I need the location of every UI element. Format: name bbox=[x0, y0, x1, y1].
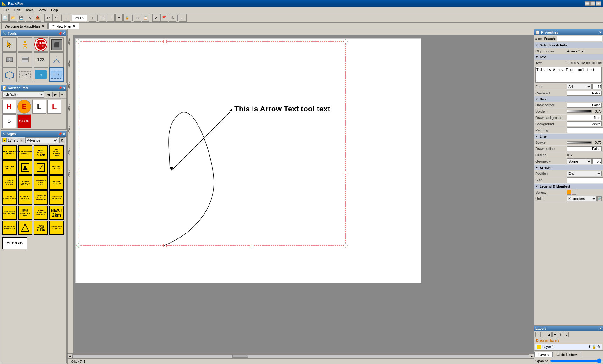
paste-button[interactable]: 📋 bbox=[142, 14, 149, 22]
new-button[interactable]: 📄 bbox=[1, 14, 9, 22]
lock-button[interactable]: 🔒 bbox=[123, 14, 131, 22]
arrow-text-tool[interactable]: T→ bbox=[49, 67, 64, 82]
curve-tool[interactable] bbox=[49, 52, 64, 67]
hscroll-thumb[interactable] bbox=[232, 355, 248, 358]
scratch-close-button[interactable]: ✕ bbox=[62, 86, 65, 90]
tools-close-button[interactable]: ✕ bbox=[62, 32, 65, 35]
tab-welcome[interactable]: Welcome to RapidPlan ✕ bbox=[1, 23, 48, 29]
prop-position-select[interactable]: End bbox=[567, 171, 602, 176]
sign-side-road-closed[interactable]: SIDE ROAD CLOSED bbox=[49, 221, 64, 235]
menu-help[interactable]: Help bbox=[48, 8, 61, 13]
prop-font-select[interactable]: Arial bbox=[567, 84, 592, 89]
tab-new-plan[interactable]: (*) New Plan ✕ bbox=[48, 23, 79, 29]
maximize-button[interactable]: □ bbox=[590, 1, 595, 6]
section-legend-header[interactable]: Legend & Manifest bbox=[534, 184, 603, 189]
zoom-out-button[interactable]: − bbox=[63, 14, 70, 22]
number-tool[interactable]: 123 bbox=[34, 52, 48, 67]
menu-edit[interactable]: Edit bbox=[12, 8, 23, 13]
prop-geometry-size-input[interactable] bbox=[592, 158, 602, 164]
open-button[interactable]: 📂 bbox=[9, 14, 17, 22]
print-button[interactable]: 🖨 bbox=[26, 14, 33, 22]
section-selection-header[interactable]: Selection details bbox=[534, 42, 603, 48]
undo-button[interactable]: ↩ bbox=[44, 14, 52, 22]
signs-pin-button[interactable]: 📌 bbox=[58, 132, 62, 136]
signs-close-button[interactable]: ✕ bbox=[62, 132, 65, 136]
close-button[interactable]: ✕ bbox=[596, 1, 601, 6]
sign-roadwork-next[interactable]: ROADWORK NEXT 2km bbox=[49, 190, 64, 205]
prop-text-textarea[interactable] bbox=[535, 67, 602, 83]
tab-undo-history[interactable]: Undo History bbox=[553, 352, 581, 357]
warning-button[interactable]: ⚠ bbox=[169, 14, 176, 22]
tab-welcome-close[interactable]: ✕ bbox=[42, 24, 44, 28]
sign-roadwork-500[interactable]: ROADWORK 500m AHEAD bbox=[34, 175, 48, 190]
sign-traffic-accident[interactable]: TRAFFIC ACCIDENT AHEAD bbox=[2, 175, 17, 190]
hscroll-right[interactable]: ▶ bbox=[530, 354, 534, 358]
layer-eye-icon[interactable]: 👁 bbox=[588, 345, 591, 349]
layer-move-top-button[interactable]: ⇑ bbox=[558, 332, 563, 337]
scratch-pin-button[interactable]: 📌 bbox=[58, 86, 62, 90]
sign-roadwork-ahead[interactable]: ROADWORK AHEAD bbox=[2, 145, 17, 160]
menu-tools[interactable]: Tools bbox=[23, 8, 36, 13]
layer-move-bottom-button[interactable]: ⇓ bbox=[564, 332, 569, 337]
hscroll-track[interactable] bbox=[72, 354, 529, 358]
layers-close[interactable]: ✕ bbox=[599, 327, 602, 331]
prop-draw-background-value[interactable]: True bbox=[567, 115, 602, 120]
tools-pin-button[interactable]: 📌 bbox=[58, 32, 62, 35]
sign-roadwork-1km[interactable]: ROADWORK 1km AHEAD bbox=[2, 221, 17, 235]
prop-styles-color2[interactable] bbox=[572, 190, 576, 195]
zoom-input[interactable] bbox=[72, 15, 87, 21]
export-button[interactable]: 📤 bbox=[34, 14, 41, 22]
section-line-header[interactable]: Line bbox=[534, 134, 603, 139]
drawing-canvas[interactable]: This is Arrow Text tool text bbox=[75, 38, 421, 283]
save-button[interactable]: 💾 bbox=[18, 14, 25, 22]
speed-sign-tool[interactable]: REDUCESPEED bbox=[34, 37, 48, 52]
pedestrian-tool[interactable] bbox=[18, 37, 32, 52]
properties-search-input[interactable] bbox=[557, 36, 602, 41]
sign-new-roundabout[interactable]: NEW ROUNDABOUT bbox=[2, 190, 17, 205]
hscroll-left[interactable]: ◀ bbox=[68, 354, 72, 358]
menu-view[interactable]: View bbox=[36, 8, 48, 13]
lane-tool[interactable] bbox=[18, 52, 32, 67]
sign-road-plant-give-way[interactable]: ROAD PLANT MUST GIVE WAY bbox=[18, 206, 32, 220]
sign-next-2km[interactable]: NEXT2km bbox=[49, 206, 64, 220]
scratch-item-circle[interactable]: ○ bbox=[2, 114, 16, 128]
layer-item-1[interactable]: Layer 1 👁 🔒 🗑 bbox=[535, 344, 602, 350]
sign-changed-traffic[interactable]: CHANGED TRAFFIC CONDITIONS bbox=[34, 190, 48, 205]
add-layer-button[interactable]: + bbox=[535, 332, 541, 337]
prop-draw-outline-value[interactable]: False bbox=[567, 146, 602, 151]
prop-centered-value[interactable]: False bbox=[567, 91, 602, 96]
prop-stroke-slider[interactable] bbox=[567, 141, 592, 144]
flag-button[interactable]: 🚩 bbox=[160, 14, 168, 22]
scratch-item-l2[interactable]: L bbox=[47, 100, 61, 114]
sign-road-plant[interactable]: ROAD PLANT AHEAD bbox=[34, 145, 48, 160]
snap-button[interactable]: ⊞ bbox=[99, 14, 106, 22]
prop-padding-input[interactable] bbox=[567, 127, 603, 133]
sign-bridgework[interactable]: BRIDGEWORK AHEAD bbox=[18, 145, 32, 160]
object-tool[interactable]: ⬛ bbox=[49, 37, 64, 52]
sign-grader[interactable]: GRADER AHEAD bbox=[2, 160, 17, 175]
signs-manage-button[interactable]: ⚙ bbox=[59, 137, 65, 143]
more-button[interactable]: … bbox=[179, 14, 187, 22]
layer-up-button[interactable]: ▲ bbox=[547, 332, 552, 337]
section-box-header[interactable]: Box bbox=[534, 96, 603, 102]
copy-button[interactable]: ⎘ bbox=[134, 14, 141, 22]
delete-button[interactable]: ✕ bbox=[152, 14, 160, 22]
prop-border-slider[interactable] bbox=[567, 110, 592, 113]
minimize-button[interactable]: — bbox=[585, 1, 590, 6]
scratch-preset-select[interactable]: <default> bbox=[2, 91, 44, 98]
sign-road-work-ahead[interactable]: ROAD WORK AHEAD bbox=[34, 221, 48, 235]
zoom-in-button[interactable]: + bbox=[89, 14, 96, 22]
sign-road-plant-on[interactable]: ROAD PLANT ON 9XX WKS bbox=[34, 206, 48, 220]
prop-units-link[interactable]: 🔗 bbox=[597, 196, 602, 201]
prop-draw-border-value[interactable]: False bbox=[567, 103, 602, 108]
scratch-next-button[interactable]: ▶ bbox=[52, 92, 58, 97]
sign-traffic-survey[interactable]: TRAFFIC SURVEY bbox=[18, 175, 32, 190]
signs-category-select[interactable]: Advance bbox=[25, 137, 58, 143]
layer-lock-icon[interactable]: 🔒 bbox=[592, 345, 596, 349]
section-text-header[interactable]: Text bbox=[534, 54, 603, 60]
layer-down-button[interactable]: ▼ bbox=[552, 332, 557, 337]
tab-new-plan-close[interactable]: ✕ bbox=[73, 24, 75, 28]
menu-file[interactable]: File bbox=[1, 8, 12, 13]
prop-units-select[interactable]: Kilometers bbox=[567, 196, 597, 201]
prop-font-size-input[interactable] bbox=[592, 84, 602, 89]
